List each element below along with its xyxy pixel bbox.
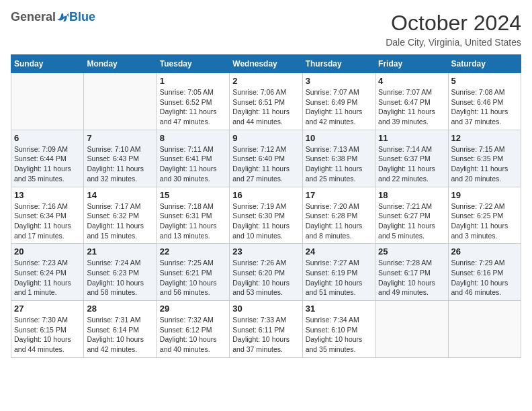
- day-number: 21: [87, 246, 153, 257]
- day-number: 3: [306, 76, 372, 86]
- header-sunday: Sunday: [11, 55, 84, 73]
- day-number: 29: [160, 304, 226, 314]
- day-number: 14: [87, 190, 153, 200]
- day-number: 24: [306, 246, 372, 257]
- day-number: 1: [160, 76, 226, 86]
- day-info: Sunrise: 7:23 AM Sunset: 6:24 PM Dayligh…: [14, 258, 81, 298]
- logo-blue: Blue: [69, 11, 95, 24]
- table-row: 9Sunrise: 7:12 AM Sunset: 6:40 PM Daylig…: [230, 130, 302, 187]
- month-title: October 2024: [386, 11, 521, 36]
- table-row: 31Sunrise: 7:34 AM Sunset: 6:10 PM Dayli…: [302, 301, 375, 358]
- day-info: Sunrise: 7:09 AM Sunset: 6:44 PM Dayligh…: [14, 144, 81, 184]
- day-info: Sunrise: 7:20 AM Sunset: 6:28 PM Dayligh…: [306, 201, 372, 241]
- header-wednesday: Wednesday: [230, 55, 302, 73]
- calendar-week-4: 20Sunrise: 7:23 AM Sunset: 6:24 PM Dayli…: [11, 244, 521, 301]
- table-row: 19Sunrise: 7:22 AM Sunset: 6:25 PM Dayli…: [448, 187, 521, 244]
- table-row: 10Sunrise: 7:13 AM Sunset: 6:38 PM Dayli…: [302, 130, 375, 187]
- header-monday: Monday: [84, 55, 157, 73]
- day-number: 28: [87, 304, 153, 314]
- day-info: Sunrise: 7:34 AM Sunset: 6:10 PM Dayligh…: [306, 315, 372, 355]
- day-info: Sunrise: 7:06 AM Sunset: 6:51 PM Dayligh…: [232, 87, 299, 127]
- day-info: Sunrise: 7:05 AM Sunset: 6:52 PM Dayligh…: [160, 87, 226, 127]
- day-number: 11: [378, 133, 445, 143]
- calendar-week-5: 27Sunrise: 7:30 AM Sunset: 6:15 PM Dayli…: [11, 301, 521, 358]
- day-info: Sunrise: 7:07 AM Sunset: 6:49 PM Dayligh…: [306, 87, 372, 127]
- table-row: 18Sunrise: 7:21 AM Sunset: 6:27 PM Dayli…: [375, 187, 448, 244]
- calendar-week-3: 13Sunrise: 7:16 AM Sunset: 6:34 PM Dayli…: [11, 187, 521, 244]
- logo-general: General: [11, 11, 56, 24]
- header-thursday: Thursday: [302, 55, 375, 73]
- table-row: 22Sunrise: 7:25 AM Sunset: 6:21 PM Dayli…: [157, 244, 229, 301]
- header-tuesday: Tuesday: [157, 55, 229, 73]
- day-info: Sunrise: 7:11 AM Sunset: 6:41 PM Dayligh…: [160, 144, 226, 184]
- table-row: 16Sunrise: 7:19 AM Sunset: 6:30 PM Dayli…: [230, 187, 302, 244]
- table-row: 15Sunrise: 7:18 AM Sunset: 6:31 PM Dayli…: [157, 187, 229, 244]
- table-row: 25Sunrise: 7:28 AM Sunset: 6:17 PM Dayli…: [375, 244, 448, 301]
- title-area: October 2024 Dale City, Virginia, United…: [386, 11, 521, 48]
- day-info: Sunrise: 7:28 AM Sunset: 6:17 PM Dayligh…: [378, 258, 445, 298]
- table-row: 8Sunrise: 7:11 AM Sunset: 6:41 PM Daylig…: [157, 130, 229, 187]
- day-info: Sunrise: 7:25 AM Sunset: 6:21 PM Dayligh…: [160, 258, 226, 298]
- day-info: Sunrise: 7:19 AM Sunset: 6:30 PM Dayligh…: [232, 201, 299, 241]
- table-row: 30Sunrise: 7:33 AM Sunset: 6:11 PM Dayli…: [230, 301, 302, 358]
- table-row: [84, 73, 157, 130]
- day-info: Sunrise: 7:24 AM Sunset: 6:23 PM Dayligh…: [87, 258, 153, 298]
- day-number: 16: [232, 190, 299, 200]
- calendar-week-1: 1Sunrise: 7:05 AM Sunset: 6:52 PM Daylig…: [11, 73, 521, 130]
- day-info: Sunrise: 7:30 AM Sunset: 6:15 PM Dayligh…: [14, 315, 81, 355]
- table-row: 11Sunrise: 7:14 AM Sunset: 6:37 PM Dayli…: [375, 130, 448, 187]
- day-info: Sunrise: 7:12 AM Sunset: 6:40 PM Dayligh…: [232, 144, 299, 184]
- day-number: 15: [160, 190, 226, 200]
- calendar-header-row: Sunday Monday Tuesday Wednesday Thursday…: [11, 55, 521, 73]
- day-number: 12: [451, 133, 518, 143]
- day-number: 6: [14, 133, 81, 143]
- day-number: 17: [306, 190, 372, 200]
- day-info: Sunrise: 7:31 AM Sunset: 6:14 PM Dayligh…: [87, 315, 153, 355]
- table-row: 26Sunrise: 7:29 AM Sunset: 6:16 PM Dayli…: [448, 244, 521, 301]
- day-info: Sunrise: 7:26 AM Sunset: 6:20 PM Dayligh…: [232, 258, 299, 298]
- table-row: 14Sunrise: 7:17 AM Sunset: 6:32 PM Dayli…: [84, 187, 157, 244]
- calendar-week-2: 6Sunrise: 7:09 AM Sunset: 6:44 PM Daylig…: [11, 130, 521, 187]
- table-row: [448, 301, 521, 358]
- table-row: 12Sunrise: 7:15 AM Sunset: 6:35 PM Dayli…: [448, 130, 521, 187]
- day-info: Sunrise: 7:17 AM Sunset: 6:32 PM Dayligh…: [87, 201, 153, 241]
- day-number: 25: [378, 246, 445, 257]
- logo: General Blue: [11, 11, 95, 24]
- day-info: Sunrise: 7:10 AM Sunset: 6:43 PM Dayligh…: [87, 144, 153, 184]
- table-row: 20Sunrise: 7:23 AM Sunset: 6:24 PM Dayli…: [11, 244, 84, 301]
- day-info: Sunrise: 7:16 AM Sunset: 6:34 PM Dayligh…: [14, 201, 81, 241]
- table-row: 27Sunrise: 7:30 AM Sunset: 6:15 PM Dayli…: [11, 301, 84, 358]
- day-info: Sunrise: 7:33 AM Sunset: 6:11 PM Dayligh…: [232, 315, 299, 355]
- day-number: 31: [306, 304, 372, 314]
- day-info: Sunrise: 7:15 AM Sunset: 6:35 PM Dayligh…: [451, 144, 518, 184]
- day-info: Sunrise: 7:18 AM Sunset: 6:31 PM Dayligh…: [160, 201, 226, 241]
- day-number: 18: [378, 190, 445, 200]
- day-info: Sunrise: 7:22 AM Sunset: 6:25 PM Dayligh…: [451, 201, 518, 241]
- table-row: [11, 73, 84, 130]
- logo-bird-icon: [57, 11, 69, 24]
- location-title: Dale City, Virginia, United States: [386, 37, 521, 48]
- day-number: 30: [232, 304, 299, 314]
- day-number: 9: [232, 133, 299, 143]
- table-row: 13Sunrise: 7:16 AM Sunset: 6:34 PM Dayli…: [11, 187, 84, 244]
- day-number: 23: [232, 246, 299, 257]
- header-saturday: Saturday: [448, 55, 521, 73]
- day-number: 22: [160, 246, 226, 257]
- day-info: Sunrise: 7:21 AM Sunset: 6:27 PM Dayligh…: [378, 201, 445, 241]
- table-row: 6Sunrise: 7:09 AM Sunset: 6:44 PM Daylig…: [11, 130, 84, 187]
- table-row: 24Sunrise: 7:27 AM Sunset: 6:19 PM Dayli…: [302, 244, 375, 301]
- table-row: 23Sunrise: 7:26 AM Sunset: 6:20 PM Dayli…: [230, 244, 302, 301]
- header-friday: Friday: [375, 55, 448, 73]
- day-number: 8: [160, 133, 226, 143]
- table-row: 1Sunrise: 7:05 AM Sunset: 6:52 PM Daylig…: [157, 73, 229, 130]
- table-row: 2Sunrise: 7:06 AM Sunset: 6:51 PM Daylig…: [230, 73, 302, 130]
- table-row: 3Sunrise: 7:07 AM Sunset: 6:49 PM Daylig…: [302, 73, 375, 130]
- table-row: 5Sunrise: 7:08 AM Sunset: 6:46 PM Daylig…: [448, 73, 521, 130]
- calendar-table: Sunday Monday Tuesday Wednesday Thursday…: [11, 54, 521, 358]
- day-number: 5: [451, 76, 518, 86]
- day-info: Sunrise: 7:07 AM Sunset: 6:47 PM Dayligh…: [378, 87, 445, 127]
- day-number: 4: [378, 76, 445, 86]
- day-number: 2: [232, 76, 299, 86]
- day-info: Sunrise: 7:29 AM Sunset: 6:16 PM Dayligh…: [451, 258, 518, 298]
- day-info: Sunrise: 7:13 AM Sunset: 6:38 PM Dayligh…: [306, 144, 372, 184]
